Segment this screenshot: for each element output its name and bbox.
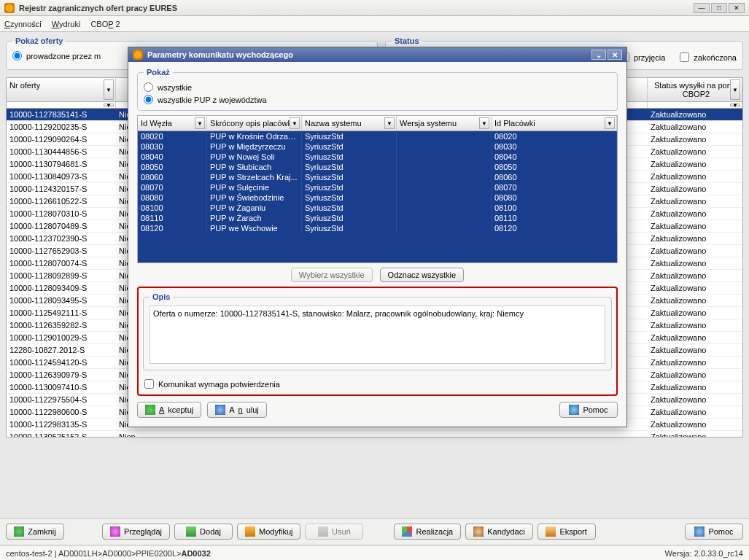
menu-cbop2[interactable]: CBOP 2 [90, 20, 120, 28]
help-icon [694, 526, 705, 537]
dialog-pokaz-group: Pokaż wszystkie wszystkie PUP z wojewódz… [137, 68, 618, 111]
close-button[interactable]: ✕ [729, 3, 745, 13]
table-row[interactable]: 08040PUP w Nowej SoliSyriuszStd08040 [138, 152, 617, 162]
filter-dropdown-icon[interactable]: ▼ [104, 104, 114, 106]
zamknij-button[interactable]: Zamknij [6, 524, 64, 540]
pokaz-oferty-label: Pokaż oferty [12, 36, 66, 45]
table-row[interactable]: 08110PUP w ŻarachSyriuszStd08110 [138, 213, 617, 223]
status-bar: centos-test-2 | AD0001LH>AD0000>PPIE0200… [0, 545, 749, 560]
menu-czynnosci[interactable]: Czynności [4, 20, 42, 28]
minimize-button[interactable]: — [694, 3, 710, 13]
table-row[interactable]: 10000-1130525152-SNienZaktualizowano [7, 431, 742, 437]
dialog-minimize-button[interactable]: ⌄ [591, 50, 606, 60]
chevron-down-icon[interactable]: ▼ [195, 117, 205, 129]
plus-icon [186, 526, 196, 537]
dialog-close-button[interactable]: ✕ [608, 50, 622, 60]
app-icon [4, 3, 15, 13]
minus-icon [318, 526, 328, 537]
dodaj-button[interactable]: Dodaj [174, 524, 233, 540]
col-id-wezla[interactable]: Id Węzła▼ [138, 116, 207, 131]
dialog-radio-wszystkie-pup[interactable] [144, 95, 153, 104]
maximize-button[interactable]: □ [711, 3, 727, 13]
accept-button[interactable]: Akceptuj [137, 402, 201, 418]
dialog-title: Parametry komunikatu wychodzącego [147, 50, 293, 59]
modyfikuj-button[interactable]: Modyfikuj [237, 524, 300, 540]
dialog-help-button[interactable]: Pomoc [559, 402, 618, 418]
table-row[interactable]: 08030PUP w MiędzyrzeczuSyriuszStd08030 [138, 141, 617, 152]
parametry-dialog: Parametry komunikatu wychodzącego ⌄ ✕ Po… [128, 47, 627, 427]
eksport-button[interactable]: Eksport [538, 524, 596, 540]
people-icon [473, 526, 484, 537]
check-icon [14, 526, 24, 537]
version-label: Wersja: 2.0.33.0_rc14 [665, 549, 743, 558]
status-label: Status [392, 36, 422, 45]
filter-dropdown-icon[interactable]: ▼ [104, 79, 114, 100]
breadcrumb: centos-test-2 | AD0001LH>AD0000>PPIE0200… [6, 549, 211, 558]
filter-dropdown-icon[interactable]: ▼ [730, 79, 740, 100]
table-row[interactable]: 08050PUP w SłubicachSyriuszStd08050 [138, 162, 617, 172]
col-nr-oferty[interactable]: Nr oferty▼ [7, 78, 116, 101]
pokaz-radio-1[interactable] [12, 51, 22, 61]
chevron-down-icon[interactable]: ▼ [384, 117, 395, 129]
cancel-button[interactable]: Anuluj [207, 402, 267, 418]
opis-group: Opis [143, 292, 612, 370]
window-title: Rejestr zagranicznych ofert pracy EURES [19, 4, 177, 12]
nodes-table: Id Węzła▼ Skrócony opis placówki▼ Nazwa … [137, 115, 618, 263]
table-row[interactable]: 08070PUP w SulęcinieSyriuszStd08070 [138, 182, 617, 192]
window-title-bar: Rejestr zagranicznych ofert pracy EURES … [0, 0, 749, 16]
table-row[interactable]: 08020PUP w Krośnie Odrzań...SyriuszStd08… [138, 131, 617, 141]
help-icon [569, 405, 579, 415]
chart-icon [402, 526, 412, 537]
menu-wydruki[interactable]: Wydruki [52, 20, 81, 28]
kandydaci-button[interactable]: Kandydaci [465, 524, 532, 540]
export-icon [546, 526, 556, 537]
col-nazwa-sys[interactable]: Nazwa systemu▼ [302, 116, 397, 131]
pokaz-radio-1-label: prowadzone przez m [26, 52, 101, 61]
select-all-button[interactable]: Wybierz wszystkie [291, 268, 373, 282]
chevron-down-icon[interactable]: ▼ [605, 117, 615, 129]
menu-bar: Czynności Wydruki CBOP 2 [0, 16, 749, 32]
pomoc-button[interactable]: Pomoc [685, 524, 743, 540]
magnifier-icon [110, 526, 120, 537]
chevron-down-icon[interactable]: ▼ [290, 117, 300, 129]
col-id-placowki[interactable]: Id Placówki▼ [492, 116, 617, 131]
opis-textarea[interactable] [150, 306, 605, 364]
confirm-label: Komunikat wymaga potwierdzenia [158, 380, 280, 389]
realizacja-button[interactable]: Realizacja [394, 524, 461, 540]
status-chk-zakonczona[interactable] [680, 52, 689, 62]
opis-highlight: Opis Komunikat wymaga potwierdzenia [137, 287, 618, 396]
confirm-checkbox[interactable] [144, 379, 154, 389]
table-row[interactable]: 08060PUP w Strzelcach Kraj...SyriuszStd0… [138, 172, 617, 182]
app-icon [133, 50, 143, 60]
col-opis[interactable]: Skrócony opis placówki▼ [207, 116, 302, 131]
usun-button[interactable]: Usuń [305, 524, 363, 540]
dialog-pokaz-label: Pokaż [144, 68, 173, 77]
dialog-title-bar[interactable]: Parametry komunikatu wychodzącego ⌄ ✕ [128, 47, 626, 62]
undo-icon [215, 405, 225, 415]
table-row[interactable]: 08100PUP w ŻaganiuSyriuszStd08100 [138, 203, 617, 213]
table-row[interactable]: 08080PUP w ŚwiebodzinieSyriuszStd08080 [138, 192, 617, 203]
chevron-down-icon[interactable]: ▼ [479, 117, 489, 129]
pencil-icon [245, 526, 255, 537]
table-row[interactable]: 08120PUP we WschowieSyriuszStd08120 [138, 223, 617, 233]
opis-label: Opis [150, 292, 173, 301]
col-status-cbop2[interactable]: Status wysyłki na portal CBOP2▼ [648, 78, 742, 101]
deselect-all-button[interactable]: Odznacz wszystkie [380, 268, 465, 282]
check-icon [145, 405, 155, 415]
dialog-radio-wszystkie[interactable] [144, 82, 153, 92]
col-wersja-sys[interactable]: Wersja systemu▼ [397, 116, 492, 131]
toolbar: Zamknij Przeglądaj Dodaj Modyfikuj Usuń … [0, 518, 749, 544]
filter-dropdown-icon[interactable]: ▼ [730, 104, 740, 106]
przegladaj-button[interactable]: Przeglądaj [102, 524, 170, 540]
